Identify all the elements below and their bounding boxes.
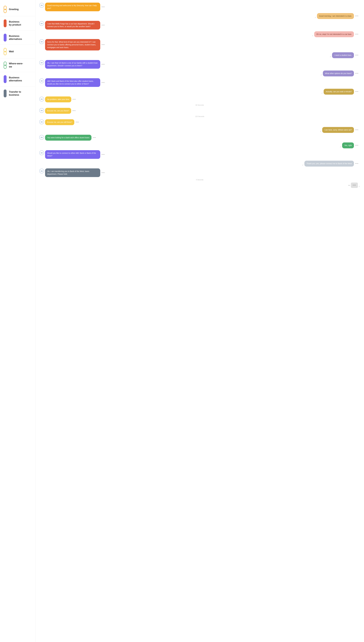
pill-wait <box>4 48 6 55</box>
dots-button-9[interactable]: ••• <box>101 81 105 84</box>
sidebar-item-where-were-we[interactable]: Where-were- we <box>0 58 35 72</box>
chat-bubble-10: Actually, can you wait a minute? <box>324 89 354 94</box>
sidebar-item-business-by-product[interactable]: Business by product <box>0 16 35 30</box>
pill-greeting <box>4 6 6 13</box>
dots-button-5[interactable]: ••• <box>101 43 105 46</box>
dots-button-15[interactable]: ••• <box>75 120 80 124</box>
check-icon-8: ✓ <box>321 74 322 76</box>
chat-bubble-6: I need a student loan. <box>332 52 354 58</box>
check-icon-20: ✓ <box>302 164 304 166</box>
chat-bubble-9: ABC Bank and Bank of the West also offer… <box>45 78 100 87</box>
chat-bubble-17: You were looking for a bank wich offers … <box>45 135 92 140</box>
chat-row-11: vvNo problem, take your time••• <box>39 96 360 102</box>
bot-avatar: vv <box>39 39 44 44</box>
chat-row-18: •••Yes, right✓ <box>39 142 360 148</box>
sidebar-item-business-alternatives-2[interactable]: Business alternatives <box>0 72 35 86</box>
sidebar-label-where-were-we: Where-were- we <box>9 62 23 68</box>
chat-row-8: •••What other options do you have?✓ <box>39 70 360 76</box>
pill-business-by-product <box>4 20 6 27</box>
chat-row-4: •••Oh no, stop! I'm not interested in a … <box>39 31 360 37</box>
check-icon: ✓ <box>359 186 360 188</box>
chat-row-13: vvExcuse me, are you there?••• <box>39 108 360 114</box>
chat-row-17: vvYou were looking for a bank wich offer… <box>39 135 360 140</box>
check-icon-16: ✓ <box>320 130 322 132</box>
pill-dot <box>4 64 6 66</box>
check-icon-6: ✓ <box>330 56 331 58</box>
chat-row-7: vvOk, I see that US Bank is one of our b… <box>39 60 360 69</box>
chat-row-20: •••Thank you, yes, please connect me to … <box>39 161 360 166</box>
chat-row-6: •••I need a student loan.✓ <box>39 52 360 58</box>
dots-button-21[interactable]: ••• <box>101 171 105 174</box>
chat-row-19: vvWould you like to connect to either AB… <box>39 150 360 159</box>
check-icon-10: ✓ <box>322 92 323 94</box>
bot-avatar: vv <box>39 150 44 155</box>
time-label: 5 Seconds <box>39 179 360 181</box>
sidebar-item-transfer-to-business[interactable]: Transfer to business <box>0 86 35 100</box>
chat-row-9: vvABC Bank and Bank of the West also off… <box>39 78 360 87</box>
chat-bubble-18: Yes, right <box>342 142 354 148</box>
bot-avatar: vv <box>39 3 44 8</box>
chat-bubble-2: Good morning, I am interested in a loan. <box>317 13 354 19</box>
pill-transfer-to-business <box>4 90 6 97</box>
sidebar-label-transfer-to-business: Transfer to business <box>9 90 21 96</box>
sidebar-item-greeting[interactable]: Greeting <box>0 2 35 16</box>
dots-button-1[interactable]: ••• <box>101 5 105 9</box>
bot-avatar: vv <box>39 97 44 102</box>
check-icon-18: ✓ <box>340 146 341 148</box>
chat-bubble-8: What other options do you have? <box>323 70 354 76</box>
time-label: 120 Seconds <box>39 116 360 118</box>
chat-row-3: vvI see that Wells Fargo has a car loan … <box>39 21 360 30</box>
chat-area: vvGood morning and welocome to My Direco… <box>36 0 364 642</box>
chat-row-10: •••Actually, can you wait a minute?✓ <box>39 89 360 94</box>
chat-bubble-5: Sorry for that. What kind of loan are yo… <box>45 39 100 50</box>
pill-dot <box>4 51 6 52</box>
pill-dot <box>4 9 6 10</box>
chat-bubble-19: Would you like to connect to either ABC … <box>45 150 100 159</box>
dots-button-20[interactable]: ••• <box>355 162 359 165</box>
pill-business-alternatives-2 <box>4 75 6 83</box>
chat-bubble-7: Ok, I see that US Bank is one of our ban… <box>45 60 100 69</box>
sidebar-item-wait[interactable]: Wait <box>0 45 35 58</box>
dots-button-18[interactable]: ••• <box>355 144 359 147</box>
dots-button-6[interactable]: ••• <box>355 54 359 57</box>
dots-button-17[interactable]: ••• <box>92 136 96 139</box>
dots-button-7[interactable]: ••• <box>101 63 105 66</box>
dots-button-19[interactable]: ••• <box>101 153 105 156</box>
sidebar-label-greeting: Greeting <box>9 8 18 11</box>
chat-bubble-13: Excuse me, are you there? <box>45 108 71 114</box>
time-label: 60 Seconds <box>39 104 360 106</box>
bot-avatar: vv <box>39 108 44 113</box>
chat-bubble-4: Oh no, stop! I'm not interested in a car… <box>314 31 354 37</box>
chat-bubble-1: Good morning and welocome to My Direcort… <box>45 2 100 11</box>
chat-row-16: •••I am here, sorry. Where were we?✓ <box>39 127 360 133</box>
chat-row-1: vvGood morning and welocome to My Direco… <box>39 2 360 11</box>
dots-button-4[interactable]: ••• <box>355 33 359 36</box>
chat-row-15: vvExcuse me, are you still there?••• <box>39 119 360 125</box>
dots-button-8[interactable]: ••• <box>355 72 359 75</box>
chat-bubble-16: I am here, sorry. Where were we? <box>322 127 354 133</box>
dots-button-13[interactable]: ••• <box>72 109 76 112</box>
bot-avatar: vv <box>39 135 44 140</box>
bot-avatar: vv <box>39 120 44 124</box>
bot-avatar: vv <box>39 21 44 26</box>
chat-row-21: vvOk, I am transferring you to Bank of t… <box>39 168 360 177</box>
dots-button-11[interactable]: ••• <box>72 98 76 101</box>
last-dots-row: ••••••✓ <box>39 182 360 188</box>
sidebar-label-business-alternatives-2: Business alternatives <box>9 76 22 82</box>
check-icon-2: ✓ <box>315 16 316 18</box>
last-dots-button[interactable]: ••• <box>351 182 358 188</box>
trailing-dots: ••• <box>348 184 350 186</box>
chat-bubble-11: No problem, take your time <box>45 96 71 102</box>
chat-row-5: vvSorry for that. What kind of loan are … <box>39 39 360 50</box>
chat-bubble-15: Excuse me, are you still there? <box>45 119 74 125</box>
dots-button-10[interactable]: ••• <box>355 90 359 93</box>
sidebar-label-business-alternatives: Business alternatives <box>9 34 22 41</box>
dots-button-2[interactable]: ••• <box>355 14 359 18</box>
dots-button-3[interactable]: ••• <box>101 24 105 27</box>
sidebar-item-business-alternatives[interactable]: Business alternatives <box>0 30 35 45</box>
check-icon-4: ✓ <box>312 35 314 37</box>
bot-avatar: vv <box>39 60 44 65</box>
sidebar-label-business-by-product: Business by product <box>9 20 21 26</box>
dots-button-16[interactable]: ••• <box>355 128 359 132</box>
sidebar: GreetingBusiness by productBusiness alte… <box>0 0 36 642</box>
